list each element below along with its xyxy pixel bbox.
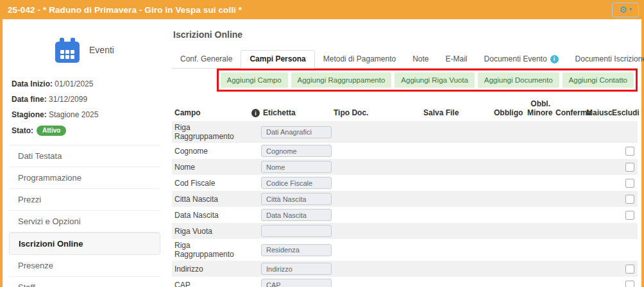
empty-cell: [491, 223, 525, 239]
tab-documenti-evento[interactable]: Documenti Eventoi: [476, 51, 567, 68]
sidebar-item-iscrizioni-online[interactable]: Iscrizioni Online: [9, 233, 160, 255]
etichetta-input[interactable]: [261, 244, 332, 256]
empty-cell: [525, 261, 553, 277]
tab-conf-generale[interactable]: Conf. Generale: [172, 51, 241, 68]
sidebar-item-prezzi[interactable]: Prezzi: [9, 189, 160, 211]
info-value: 01/01/2025: [55, 79, 93, 88]
empty-cell: [553, 277, 584, 287]
escludi-checkbox[interactable]: [625, 265, 634, 274]
empty-cell: [421, 223, 491, 239]
empty-cell: [584, 223, 609, 239]
empty-cell: [491, 121, 525, 143]
column-header-campo: Campo: [172, 97, 249, 121]
event-header-bar: 25-042 - * Raduno di Primavera - Giro in…: [0, 0, 644, 19]
tab-label: E-Mail: [446, 54, 468, 63]
tab-label: Metodi di Pagamento: [323, 54, 396, 63]
empty-cell: [331, 143, 421, 159]
etichetta-cell: [249, 143, 331, 159]
campo-cell: Cod Fiscale: [172, 175, 249, 191]
campo-cell: Riga Raggruppamento: [172, 121, 249, 143]
escludi-cell: [609, 191, 638, 207]
campo-label: Cod Fiscale: [174, 179, 215, 188]
escludi-checkbox[interactable]: [625, 195, 634, 204]
aggiungi-raggruppamento-button[interactable]: Aggiungi Raggruppamento: [291, 72, 392, 88]
empty-cell: [553, 239, 584, 261]
info-label: Data fine:: [12, 95, 47, 104]
tab-metodi-di-pagamento[interactable]: Metodi di Pagamento: [315, 51, 404, 68]
settings-dropdown-button[interactable]: ⚙ ▾: [612, 3, 639, 17]
empty-cell: [525, 239, 553, 261]
table-header-row: CampoiEtichettaTipo Doc.Salva FileObblig…: [172, 97, 638, 121]
etichetta-cell: [249, 191, 331, 207]
app-window: 25-042 - * Raduno di Primavera - Giro in…: [0, 0, 644, 287]
sidebar-item-staff[interactable]: Staff: [9, 277, 160, 287]
campo-label: Nome: [174, 163, 195, 172]
etichetta-input[interactable]: [261, 263, 332, 275]
escludi-checkbox[interactable]: [625, 179, 634, 188]
calendar-icon: [55, 42, 80, 63]
sidebar-info-line: Stagione: Stagione 2025: [12, 110, 160, 119]
empty-cell: [553, 223, 584, 239]
tab-documenti-iscrizione[interactable]: Documenti Iscrizionei: [567, 51, 644, 68]
aggiungi-riga-vuota-button[interactable]: Aggiungi Riga Vuota: [394, 72, 474, 88]
column-header-conferma: Conferma: [553, 97, 584, 121]
tab-label: Note: [412, 54, 428, 63]
escludi-checkbox[interactable]: [625, 281, 634, 287]
table-row: Nome: [172, 159, 638, 175]
escludi-cell: [609, 239, 638, 261]
campo-label: Cognome: [174, 147, 208, 156]
annotation-red-box: Aggiungi CampoAggiungi RaggruppamentoAgg…: [217, 69, 638, 92]
etichetta-input[interactable]: [261, 145, 332, 157]
sidebar-item-programmazione[interactable]: Programmazione: [9, 167, 160, 189]
etichetta-cell: [249, 207, 331, 223]
etichetta-cell: [249, 239, 331, 261]
empty-cell: [525, 223, 553, 239]
etichetta-input[interactable]: [261, 209, 332, 221]
empty-cell: [421, 239, 491, 261]
event-title: 25-042 - * Raduno di Primavera - Giro in…: [8, 5, 612, 15]
tab-campi-persona[interactable]: Campi Persona: [241, 50, 314, 69]
aggiungi-documento-button[interactable]: Aggiungi Documento: [478, 72, 559, 88]
escludi-checkbox[interactable]: [625, 211, 634, 220]
campo-cell: Data Nascita: [172, 207, 249, 223]
sidebar-item-presenze[interactable]: Presenze: [9, 255, 160, 277]
empty-cell: [421, 277, 491, 287]
empty-cell: [584, 159, 609, 175]
empty-cell: [491, 159, 525, 175]
empty-cell: [491, 143, 525, 159]
tab-note[interactable]: Note: [404, 51, 437, 68]
empty-cell: [584, 175, 609, 191]
empty-cell: [331, 261, 421, 277]
sidebar-item-servizi-e-opzioni[interactable]: Servizi e Opzioni: [9, 211, 160, 233]
info-icon: i: [550, 55, 559, 63]
empty-cell: [584, 239, 609, 261]
etichetta-input[interactable]: [261, 279, 332, 287]
etichetta-input[interactable]: [261, 126, 332, 138]
campo-label: Indirizzo: [174, 265, 203, 274]
empty-cell: [421, 207, 491, 223]
etichetta-input[interactable]: [261, 177, 332, 189]
etichetta-input[interactable]: [261, 161, 332, 173]
sidebar-item-dati-testata[interactable]: Dati Testata: [9, 145, 160, 167]
escludi-cell: [609, 261, 638, 277]
empty-cell: [421, 121, 491, 143]
escludi-cell: [609, 175, 638, 191]
empty-cell: [553, 207, 584, 223]
escludi-cell: [609, 223, 638, 239]
empty-cell: [584, 121, 609, 143]
empty-cell: [553, 143, 584, 159]
escludi-checkbox[interactable]: [625, 163, 634, 172]
etichetta-input[interactable]: [261, 193, 332, 205]
escludi-cell: [609, 159, 638, 175]
empty-cell: [491, 207, 525, 223]
aggiungi-campo-button[interactable]: Aggiungi Campo: [221, 72, 288, 88]
empty-cell: [525, 143, 553, 159]
fields-table: CampoiEtichettaTipo Doc.Salva FileObblig…: [172, 97, 638, 287]
status-label: Stato:: [12, 126, 33, 135]
campo-label: Città Nascita: [174, 195, 218, 204]
aggiungi-contatto-button[interactable]: Aggiungi Contatto: [563, 72, 634, 88]
tab-e-mail[interactable]: E-Mail: [437, 51, 476, 68]
escludi-checkbox[interactable]: [625, 147, 634, 156]
etichetta-input[interactable]: [261, 225, 332, 237]
empty-cell: [491, 239, 525, 261]
